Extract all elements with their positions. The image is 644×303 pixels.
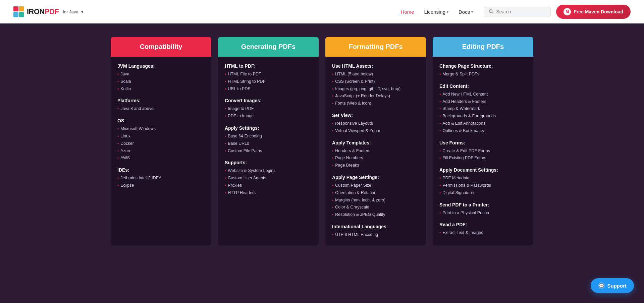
section-title: International Languages: [332, 224, 419, 229]
list-item: Proxies [225, 182, 312, 189]
maven-download-button[interactable]: M Free Maven Download [556, 5, 631, 19]
list-item: Responsive Layouts [332, 120, 419, 127]
main-content: CompatibilityJVM Languages:JavaScalaKotl… [0, 23, 644, 259]
list-item: HTML (5 and below) [332, 71, 419, 78]
list-item: Add & Edit Annotations [439, 120, 527, 127]
col-header-compatibility: Compatibility [111, 37, 211, 57]
support-button[interactable]: 💬 Support [591, 278, 634, 293]
list-item: Image to PDF [225, 105, 312, 113]
section-title: Set View: [332, 113, 419, 118]
item-list: Responsive LayoutsVirtual Viewport & Zoo… [332, 120, 419, 135]
section-title: HTML to PDF: [225, 63, 312, 69]
list-item: Headers & Footers [332, 147, 419, 155]
nav-links: Home Licensing ▾ Docs ▾ [397, 6, 477, 17]
list-item: URL to PDF [225, 85, 312, 93]
item-list: Extract Text & Images [439, 229, 527, 237]
list-item: Custom File Paths [225, 147, 312, 155]
logo-text: IRONPDF [27, 7, 59, 16]
list-item: Eclipse [117, 182, 205, 189]
list-item: Page Numbers [332, 155, 419, 162]
item-list: Microsoft WindowsLinuxDockerAzureAWS [117, 125, 205, 162]
section-title: IDEs: [117, 167, 205, 173]
logo-for-java: for Java [63, 9, 78, 14]
list-item: Scala [117, 78, 205, 85]
section-title: JVM Languages: [117, 63, 205, 69]
list-item: Orientation & Rotation [332, 189, 419, 197]
list-item: HTTP Headers [225, 189, 312, 197]
list-item: Custom User Agents [225, 175, 312, 182]
list-item: Images (jpg, png, gif, tiff, svg, bmp) [332, 85, 419, 93]
item-list: Custom Paper SizeOrientation & RotationM… [332, 182, 419, 219]
section-title: Change Page Structure: [439, 63, 527, 69]
section-title: Send PDF to a Printer: [439, 202, 527, 207]
list-item: Fill Existing PDF Forms [439, 155, 527, 162]
list-item: UTF-8 HTML Encoding [332, 231, 419, 239]
section-title: OS: [117, 118, 205, 123]
list-item: Merge & Split PDFs [439, 71, 527, 78]
list-item: Base 64 Encoding [225, 133, 312, 140]
list-item: Outlines & Bookmarks [439, 127, 527, 135]
section-title: Platforms: [117, 98, 205, 103]
list-item: PDF to Image [225, 113, 312, 120]
col-header-formatting: Formatting PDFs [325, 37, 426, 57]
list-item: Margins (mm, inch, & zero) [332, 197, 419, 204]
list-item: Add Headers & Footers [439, 98, 527, 106]
list-item: Custom Paper Size [332, 182, 419, 189]
list-item: Jetbrains IntelliJ IDEA [117, 175, 205, 182]
logo[interactable]: IRONPDF for Java ▾ [13, 6, 84, 17]
col-header-generating: Generating PDFs [218, 37, 319, 57]
support-label: Support [607, 283, 627, 289]
item-list: UTF-8 HTML Encoding [332, 231, 419, 239]
list-item: Backgrounds & Foregrounds [439, 113, 527, 120]
list-item: PDF Metadata [439, 175, 527, 182]
col-formatting: Formatting PDFsUse HTML Assets:HTML (5 a… [325, 37, 426, 245]
item-list: Jetbrains IntelliJ IDEAEclipse [117, 175, 205, 189]
item-list: HTML File to PDFHTML String to PDFURL to… [225, 71, 312, 93]
item-list: Image to PDFPDF to Image [225, 105, 312, 120]
section-title: Read a PDF: [439, 222, 527, 227]
list-item: Resolution & JPEG Quality [332, 211, 419, 219]
list-item: HTML String to PDF [225, 78, 312, 85]
support-chat-icon: 💬 [598, 282, 605, 289]
nav-docs[interactable]: Docs ▾ [454, 6, 477, 17]
search-input[interactable] [496, 9, 546, 14]
section-title: Apply Document Settings: [439, 167, 527, 173]
search-bar[interactable] [484, 7, 551, 17]
list-item: JavaScript (+ Render Delays) [332, 93, 419, 100]
item-list: JavaScalaKotlin [117, 71, 205, 93]
item-list: HTML (5 and below)CSS (Screen & Print)Im… [332, 71, 419, 107]
section-title: Supports: [225, 160, 312, 165]
list-item: Azure [117, 147, 205, 155]
navbar: IRONPDF for Java ▾ Home Licensing ▾ Docs… [0, 0, 644, 23]
nav-licensing[interactable]: Licensing ▾ [420, 6, 452, 17]
list-item: HTML File to PDF [225, 71, 312, 78]
maven-m-icon: M [564, 8, 571, 15]
logo-platform-dropdown[interactable]: ▾ [81, 9, 84, 14]
list-item: Fonts (Web & Icon) [332, 100, 419, 107]
list-item: Color & Grayscale [332, 204, 419, 211]
item-list: Add New HTML ContentAdd Headers & Footer… [439, 91, 527, 135]
list-item: Add New HTML Content [439, 91, 527, 98]
list-item: Permissions & Passwords [439, 182, 527, 189]
item-list: Create & Edit PDF FormsFill Existing PDF… [439, 147, 527, 162]
section-title: Apply Settings: [225, 125, 312, 131]
list-item: CSS (Screen & Print) [332, 78, 419, 85]
list-item: Base URLs [225, 140, 312, 147]
list-item: Create & Edit PDF Forms [439, 147, 527, 155]
col-body-generating: HTML to PDF:HTML File to PDFHTML String … [218, 57, 319, 245]
list-item: Digital Signatures [439, 189, 527, 197]
section-title: Convert Images: [225, 98, 312, 103]
list-item: Stamp & Watermark [439, 105, 527, 113]
col-generating: Generating PDFsHTML to PDF:HTML File to … [218, 37, 319, 245]
maven-btn-label: Free Maven Download [574, 9, 623, 14]
item-list: Print to a Physical Printer [439, 209, 527, 217]
item-list: PDF MetadataPermissions & PasswordsDigit… [439, 175, 527, 196]
logo-icon [13, 6, 24, 17]
section-title: Apply Page Settings: [332, 175, 419, 180]
list-item: Virtual Viewport & Zoom [332, 127, 419, 135]
list-item: AWS [117, 155, 205, 162]
item-list: Website & System LoginsCustom User Agent… [225, 167, 312, 196]
nav-home[interactable]: Home [397, 6, 418, 17]
col-header-editing: Editing PDFs [433, 37, 533, 57]
list-item: Linux [117, 133, 205, 140]
